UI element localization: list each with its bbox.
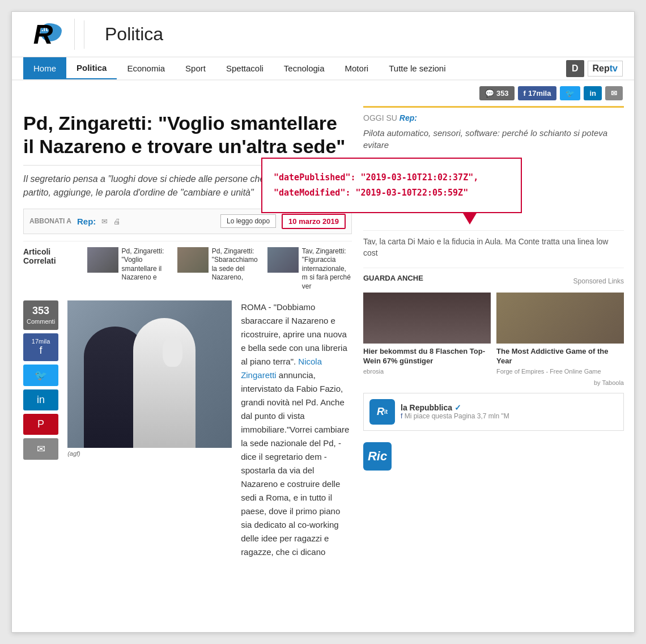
print-icon-sub: 🖨 [113, 217, 121, 226]
side-social: 353 Commenti 17mila f 🐦 in P [23, 300, 58, 559]
raised-hand [163, 337, 182, 367]
correlati-thumb-3 [267, 247, 299, 273]
lo-leggo-button[interactable]: Lo leggo dopo [220, 214, 276, 228]
nav-item-tecnologia[interactable]: Tecnologia [274, 57, 335, 79]
photo-background [67, 300, 232, 448]
bottom-ric-text: Ric [368, 449, 387, 464]
la-rep-info: la Repubblica ✓ f Mi piace questa Pagina… [401, 403, 509, 420]
oggi-rep-name: Rep: [400, 113, 417, 122]
guarda-title: GUARDA ANCHE [363, 274, 423, 282]
logo-container: R .it [23, 19, 75, 50]
la-rep-sub-text: Mi piace questa Pagina [405, 412, 475, 420]
correlati-text-1[interactable]: Pd, Zingaretti: "Voglio smantellare il N… [122, 247, 172, 291]
article-photo-image [67, 300, 232, 448]
facebook-count: 17mila [528, 89, 551, 98]
guarda-item-source-1: ebrosia [363, 368, 491, 375]
oggi-title-text: OGGI SU [363, 113, 397, 122]
overlay-line-2: "dateModified": "2019-03-10T22:05:59Z" [274, 185, 509, 201]
correlati-text-3[interactable]: Tav, Zingaretti: "Figuraccia internazion… [302, 247, 352, 291]
side-email-button[interactable]: ✉ [23, 438, 58, 460]
la-rep-r: R [377, 406, 384, 418]
right-column: OGGI SU Rep: Pilota automatico, sensori,… [363, 106, 624, 559]
facebook-like-icon: f [401, 412, 405, 420]
nav-item-sport[interactable]: Sport [175, 57, 216, 79]
side-count-label: Commenti [27, 318, 55, 325]
bottom-logo-area: Ric [363, 442, 624, 471]
side-twitter-button[interactable]: 🐦 [23, 365, 58, 386]
overlay-popup: "datePublished": "2019-03-10T21:02:37Z",… [261, 158, 522, 213]
nav-item-tutte[interactable]: Tutte le sezioni [379, 57, 466, 79]
rep-logo-small: Rep: [77, 217, 96, 226]
guarda-grid: Hier bekommst du 8 Flaschen Top-Wein 67%… [363, 293, 624, 375]
oggi-su-rep-section: OGGI SU Rep: Pilota automatico, sensori,… [363, 106, 624, 259]
correlati-label: Articoli Correlati [23, 247, 82, 265]
side-linkedin-icon: in [37, 394, 45, 405]
la-rep-count: 3,7 mln "M [477, 412, 509, 420]
nav-item-politica[interactable]: Politica [66, 57, 117, 79]
facebook-button[interactable]: f 17mila [518, 86, 557, 100]
correlati-thumb-2 [177, 247, 209, 273]
article-photo-caption: (agf) [67, 450, 232, 457]
oggi-title: OGGI SU Rep: [363, 113, 624, 122]
nav-item-spettacoli[interactable]: Spettacoli [216, 57, 274, 79]
oggi-rep-label: Rep: [400, 113, 417, 122]
nav-d-button[interactable]: D [566, 60, 584, 77]
page-wrapper: R .it Politica Home Politica Economia Sp… [11, 11, 635, 633]
email-button[interactable]: ✉ [605, 86, 623, 100]
side-count-number: 353 [27, 305, 55, 317]
bottom-logo-bg: Ric [363, 442, 392, 471]
guarda-img-game [496, 293, 624, 344]
guarda-anche-section: GUARDA ANCHE Sponsored Links Hier bekomm… [363, 268, 624, 386]
la-rep-logo: R it [369, 399, 395, 425]
guarda-item-source-2: Forge of Empires - Free Online Game [496, 368, 624, 375]
guarda-item-title-1[interactable]: Hier bekommst du 8 Flaschen Top-Wein 67%… [363, 347, 491, 366]
overlay-area: OGGI SU Rep: Pilota automatico, sensori,… [363, 106, 624, 471]
guarda-header: GUARDA ANCHE Sponsored Links [363, 274, 624, 288]
comment-button[interactable]: 💬 353 [479, 86, 515, 100]
guarda-item-title-2[interactable]: The Most Addictive Game of the Year [496, 347, 624, 366]
comment-count: 353 [496, 89, 509, 98]
logo-r-letter: R [33, 19, 53, 50]
nav-item-motori[interactable]: Motori [335, 57, 379, 79]
side-facebook-icon: f [27, 345, 55, 357]
facebook-icon: f [524, 89, 526, 98]
nav-item-home[interactable]: Home [23, 57, 66, 79]
article-headline: Pd, Zingaretti: "Voglio smantellare il N… [23, 106, 352, 158]
page-title: Politica [105, 24, 163, 45]
chevron-down-icon [450, 66, 456, 70]
side-comment-count[interactable]: 353 Commenti [23, 300, 58, 330]
nav-reptv-button[interactable]: Rep tv [588, 61, 623, 77]
main-area: Pd, Zingaretti: "Voglio smantellare il N… [12, 106, 634, 570]
la-repubblica-section: R it la Repubblica ✓ f Mi piace questa P… [363, 393, 624, 431]
correlati-item-1: Pd, Zingaretti: "Voglio smantellare il N… [87, 247, 172, 291]
header-divider [84, 20, 84, 49]
correlati-text-2[interactable]: Pd, Zingaretti: "Sbaracchiamo la sede de… [212, 247, 262, 291]
correlati-item-2: Pd, Zingaretti: "Sbaracchiamo la sede de… [177, 247, 262, 291]
oggi-article-1[interactable]: Pilota automatico, sensori, software: pe… [363, 127, 624, 151]
twitter-icon: 🐦 [566, 89, 575, 98]
nav-item-economia[interactable]: Economia [117, 57, 175, 79]
overlay-line-1: "datePublished": "2019-03-10T21:02:37Z", [274, 170, 509, 185]
side-facebook-button[interactable]: 17mila f [23, 333, 58, 361]
side-pinterest-icon: P [37, 418, 44, 430]
logo-image[interactable]: R .it [23, 19, 63, 50]
verified-icon: ✓ [454, 403, 461, 412]
sponsored-links-label: Sponsored Links [573, 277, 624, 285]
correlati-thumb-1 [87, 247, 118, 273]
la-rep-name-text: la Repubblica [401, 403, 452, 412]
correlati-item-3: Tav, Zingaretti: "Figuraccia internazion… [267, 247, 352, 291]
navigation: Home Politica Economia Sport Spettacoli … [12, 57, 634, 80]
guarda-item-1: Hier bekommst du 8 Flaschen Top-Wein 67%… [363, 293, 491, 375]
twitter-button[interactable]: 🐦 [560, 86, 580, 100]
oggi-article-2[interactable]: Tav, la carta Di Maio e la fiducia in Au… [363, 230, 624, 259]
side-email-icon: ✉ [37, 443, 45, 455]
article-text-intro: ROMA - "Dobbiamo sbaraccare il Nazareno … [241, 302, 347, 366]
side-linkedin-button[interactable]: in [23, 389, 58, 410]
linkedin-button[interactable]: in [584, 86, 602, 100]
la-rep-name: la Repubblica ✓ [401, 403, 509, 412]
side-pinterest-button[interactable]: P [23, 414, 58, 435]
abbonati-label: ABBONATI A [29, 217, 71, 225]
bottom-ric-logo: Ric [363, 442, 392, 471]
article-text-body: ROMA - "Dobbiamo sbaraccare il Nazareno … [241, 300, 352, 559]
article-body: 353 Commenti 17mila f 🐦 in P [23, 300, 352, 559]
